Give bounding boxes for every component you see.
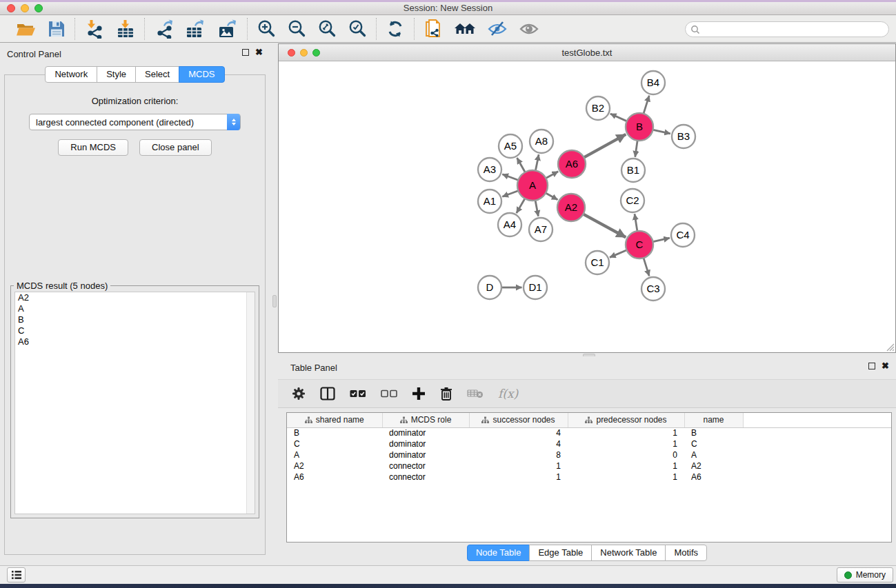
mcds-result-item[interactable]: A6 <box>15 336 255 347</box>
tab-motifs[interactable]: Motifs <box>665 545 707 561</box>
table-row[interactable]: Bdominator41B <box>287 427 891 438</box>
table-cell[interactable]: 1 <box>568 460 684 472</box>
graph-edge[interactable] <box>535 154 539 172</box>
table-cell[interactable]: A <box>684 449 743 460</box>
graph-edge[interactable] <box>652 130 670 134</box>
float-table-panel-icon[interactable] <box>868 363 875 369</box>
column-header[interactable]: shared name <box>287 413 382 427</box>
graph-edge[interactable] <box>545 172 559 179</box>
search-field[interactable] <box>685 21 889 37</box>
graph-edge[interactable] <box>635 139 638 157</box>
table-row[interactable]: A2connector11A2 <box>287 460 891 472</box>
zoom-fit-button[interactable] <box>317 19 337 39</box>
save-session-button[interactable] <box>48 20 66 38</box>
table-cell[interactable]: 4 <box>469 427 568 438</box>
graph-edge[interactable] <box>583 134 626 158</box>
close-table-panel-icon[interactable]: ✖ <box>882 363 889 369</box>
table-cell[interactable]: A6 <box>684 472 743 483</box>
table-cell[interactable]: A2 <box>684 460 743 472</box>
mcds-result-item[interactable]: A <box>15 303 255 314</box>
table-cell[interactable]: dominator <box>382 449 469 460</box>
table-cell[interactable]: 0 <box>568 449 684 460</box>
graph-edge[interactable] <box>544 192 557 200</box>
table-settings-button[interactable] <box>292 387 306 401</box>
table-cell[interactable]: 8 <box>469 449 568 460</box>
graph-edge[interactable] <box>517 158 526 174</box>
table-cell[interactable]: connector <box>382 460 469 472</box>
add-column-button[interactable] <box>412 387 426 401</box>
table-cell[interactable]: 1 <box>469 472 568 483</box>
tab-network[interactable]: Network <box>45 66 97 83</box>
table-cell[interactable]: dominator <box>382 427 469 438</box>
tab-edge-table[interactable]: Edge Table <box>529 545 592 561</box>
table-cell[interactable]: dominator <box>382 438 469 449</box>
first-neighbors-button[interactable] <box>454 20 476 38</box>
function-builder-button[interactable]: f(x) <box>498 387 518 401</box>
tab-network-table[interactable]: Network Table <box>591 545 666 561</box>
import-table-button[interactable] <box>116 19 135 39</box>
column-header[interactable]: predecessor nodes <box>568 413 684 427</box>
search-input[interactable] <box>700 25 888 34</box>
graph-edge[interactable] <box>652 238 670 242</box>
table-cell[interactable]: B <box>684 427 743 438</box>
graph-edge[interactable] <box>502 190 519 196</box>
network-window-titlebar[interactable]: testGlobe.txt <box>279 44 895 61</box>
result-scrollbar[interactable] <box>246 292 255 514</box>
resize-grip-icon[interactable] <box>886 343 895 352</box>
run-mcds-button[interactable]: Run MCDS <box>58 139 128 156</box>
criterion-dropdown[interactable]: largest connected component (directed) <box>29 114 241 130</box>
close-panel-icon[interactable]: ✖ <box>255 49 263 56</box>
tab-style[interactable]: Style <box>97 66 136 83</box>
hide-selected-button[interactable] <box>487 20 508 38</box>
table-cell[interactable]: 4 <box>469 438 568 449</box>
table-cell[interactable]: A6 <box>287 472 382 483</box>
vertical-splitter-handle[interactable] <box>272 295 277 307</box>
close-panel-button[interactable]: Close panel <box>139 139 212 156</box>
open-session-button[interactable] <box>16 20 37 38</box>
tab-select[interactable]: Select <box>135 66 179 83</box>
table-row[interactable]: Adominator80A <box>287 449 891 460</box>
zoom-in-button[interactable] <box>257 19 276 39</box>
mcds-result-item[interactable]: B <box>15 314 255 325</box>
mcds-result-item[interactable]: A2 <box>15 292 255 303</box>
table-row[interactable]: A6connector11A6 <box>287 472 891 483</box>
graph-edge[interactable] <box>535 199 539 216</box>
network-canvas[interactable]: B4B2BB3B1A5A8A6A3AA1C2A2A4A7C4CC1C3DD1 <box>279 61 895 352</box>
delete-column-button[interactable] <box>440 387 452 401</box>
tab-mcds[interactable]: MCDS <box>179 66 224 83</box>
mcds-result-list[interactable]: A2ABCA6 <box>14 292 255 514</box>
table-row[interactable]: Cdominator41C <box>287 438 891 449</box>
export-table-button[interactable] <box>186 19 206 39</box>
mcds-result-item[interactable]: C <box>15 325 255 336</box>
export-network-button[interactable] <box>154 19 175 39</box>
zoom-out-button[interactable] <box>287 19 306 39</box>
task-history-button[interactable] <box>7 567 26 582</box>
graph-edge[interactable] <box>582 214 626 238</box>
split-columns-button[interactable] <box>320 387 335 401</box>
table-cell[interactable]: A2 <box>287 460 382 472</box>
column-header[interactable]: name <box>684 413 743 427</box>
table-cell[interactable]: 1 <box>568 438 684 449</box>
deselect-all-button[interactable] <box>381 389 397 398</box>
memory-button[interactable]: Memory <box>837 567 893 582</box>
table-cell[interactable]: C <box>287 438 382 449</box>
clone-network-button[interactable] <box>424 19 443 39</box>
column-header[interactable]: successor nodes <box>469 413 568 427</box>
graph-edge[interactable] <box>517 197 526 213</box>
export-image-button[interactable] <box>217 19 238 39</box>
table-cell[interactable]: 1 <box>568 472 684 483</box>
graph-edge[interactable] <box>643 256 649 276</box>
graph-edge[interactable] <box>502 174 519 181</box>
show-all-button[interactable] <box>519 21 539 37</box>
select-all-button[interactable] <box>350 389 366 398</box>
apply-layout-button[interactable] <box>386 19 405 39</box>
graph-edge[interactable] <box>610 114 628 122</box>
graph-edge[interactable] <box>635 214 637 232</box>
table-cell[interactable]: 1 <box>568 427 684 438</box>
table-cell[interactable]: 1 <box>469 460 568 472</box>
table-cell[interactable]: B <box>287 427 382 438</box>
table-cell[interactable]: connector <box>382 472 469 483</box>
graph-edge[interactable] <box>643 96 649 115</box>
table-cell[interactable]: A <box>287 449 382 460</box>
float-panel-icon[interactable] <box>242 49 249 56</box>
